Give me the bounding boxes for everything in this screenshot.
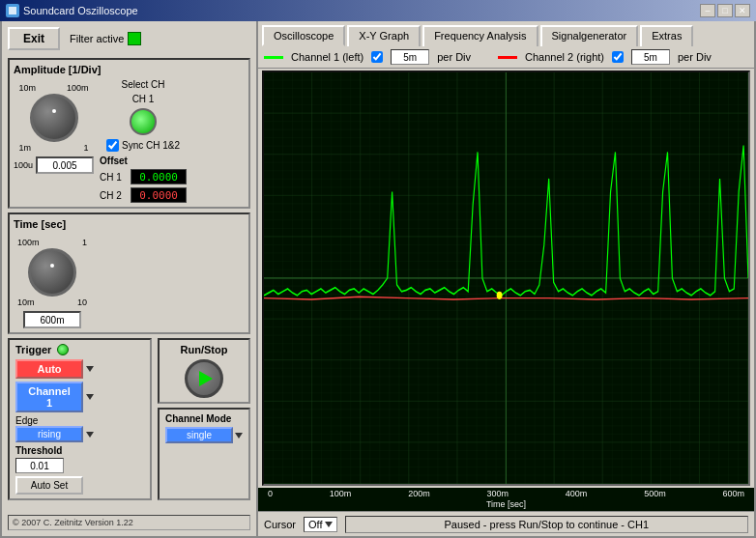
ch1-indicator [130,108,157,135]
trigger-led [57,344,69,355]
select-ch-label: Select CH [122,79,165,90]
channel-button[interactable]: Channel 1 [15,382,83,412]
ch1-offset-row: CH 1 0.0000 [100,169,187,184]
ch2-offset-value: 0.0000 [131,187,187,203]
autoset-button[interactable]: Auto Set [15,476,83,495]
x-label-600m: 600m [722,489,744,498]
sync-checkbox[interactable] [106,139,119,152]
sync-label: Sync CH 1&2 [122,140,180,151]
runstop-chmode: Run/Stop Channel Mode single [158,338,250,500]
title-bar: Soundcard Oszilloscope – □ ✕ [0,0,756,21]
ch1-per-div-input[interactable] [391,49,429,65]
minimize-button[interactable]: – [700,4,715,17]
time-title: Time [sec] [14,218,245,230]
time-knob-10m: 10m [17,297,35,307]
offset-area: Offset CH 1 0.0000 CH 2 0.0000 [100,156,187,203]
ch2-per-div-unit: per Div [678,51,712,63]
channel-mode-button[interactable]: single [165,427,233,443]
filter-label: Filter active [70,33,124,44]
ch1-offset-label: CH 1 [100,172,127,183]
top-controls: Exit Filter active [8,27,250,50]
scope-grid-svg [264,72,748,484]
ch2-checkbox[interactable] [612,51,624,63]
close-button[interactable]: ✕ [735,4,750,17]
tab-extras[interactable]: Extras [640,25,693,46]
x-label-100m: 100m [330,489,352,498]
time-knob-area: 100m 1 10m 10 [14,234,91,328]
x-axis-area: 0 100m 200m 300m 400m 500m 600m Time [se… [258,488,754,511]
knob-label-1: 1 [84,143,89,153]
filter-led [128,32,141,45]
rising-dropdown-arrow[interactable] [86,432,94,438]
scope-display [262,71,750,486]
time-value-input[interactable] [23,311,81,328]
channel-mode-box: Channel Mode single [158,408,250,500]
time-knob-1: 1 [82,238,87,247]
window-controls: – □ ✕ [700,4,750,17]
ch2-per-div-input[interactable] [631,49,670,65]
knob-indicator [52,109,56,113]
amplitude-section: Amplitude [1/Div] 10m 100m 1m 1 100u [8,58,250,209]
amplitude-value-input[interactable] [36,156,94,174]
auto-dropdown-arrow[interactable] [86,366,94,372]
ch2-offset-row: CH 2 0.0000 [100,187,187,203]
select-ch-area: Select CH CH 1 Sync CH 1&2 Offset CH 1 0… [100,79,187,203]
x-label-400m: 400m [566,489,588,498]
amplitude-knob-area: 10m 100m 1m 1 100u [14,79,94,203]
cursor-value: Off [308,519,322,530]
threshold-label: Threshold [15,445,144,456]
app-icon [6,4,19,17]
tab-frequency-analysis[interactable]: Frequency Analysis [422,25,538,46]
auto-button[interactable]: Auto [15,359,83,379]
channel-bar: Channel 1 (left) per Div Channel 2 (righ… [258,46,754,69]
tab-xy-graph[interactable]: X-Y Graph [347,25,421,46]
runstop-button[interactable] [185,359,223,398]
ch2-color-indicator [498,56,517,59]
svg-rect-0 [9,7,16,14]
x-label-0: 0 [268,489,273,498]
tab-signalgenerator[interactable]: Signalgenerator [540,25,639,46]
knob-label-10m: 10m [19,83,37,93]
trigger-header: Trigger [15,344,144,355]
trigger-box: Trigger Auto Channel 1 Edge rising T [8,338,152,500]
rising-button[interactable]: rising [15,426,83,442]
x-label-500m: 500m [644,489,666,498]
time-section: Time [sec] 100m 1 10m 10 [8,212,250,334]
channel-mode-arrow[interactable] [235,433,243,439]
bottom-row: Trigger Auto Channel 1 Edge rising T [8,338,250,500]
threshold-input[interactable] [15,458,64,473]
x-label-200m: 200m [408,489,430,498]
runstop-box: Run/Stop [158,338,250,404]
tabs-bar: Oscilloscope X-Y Graph Frequency Analysi… [258,21,754,46]
x-axis-tick-labels: 0 100m 200m 300m 400m 500m 600m [262,488,750,499]
cursor-dropdown-arrow[interactable] [325,522,333,527]
channel-mode-title: Channel Mode [165,413,243,424]
time-knob[interactable] [28,248,76,297]
copyright-bar: © 2007 C. Zeitnitz Version 1.22 [8,515,250,530]
ch1-checkbox[interactable] [371,51,383,63]
knob-label-1m: 1m [19,143,32,153]
bottom-bar: Cursor Off Paused - press Run/Stop to co… [258,511,754,536]
ch2-bar-label: Channel 2 (right) [525,51,604,63]
status-bar: Paused - press Run/Stop to continue - CH… [345,516,749,533]
tab-oscilloscope[interactable]: Oscilloscope [262,25,345,46]
amplitude-knob[interactable] [30,94,78,142]
ch1-offset-value: 0.0000 [131,169,187,184]
x-label-300m: 300m [486,489,509,498]
amplitude-title: Amplitude [1/Div] [14,64,245,75]
time-knob-indicator [50,264,54,268]
threshold-area: Threshold [15,445,144,473]
channel-dropdown-arrow[interactable] [86,394,94,400]
sync-check: Sync CH 1&2 [106,139,180,152]
maximize-button[interactable]: □ [717,4,733,17]
amp-small-label: 100u [14,160,33,170]
ch1-label: CH 1 [132,94,155,104]
cursor-dropdown[interactable]: Off [304,517,336,532]
exit-button[interactable]: Exit [8,27,60,50]
offset-title: Offset [100,156,187,166]
play-icon [199,371,213,386]
left-panel: Exit Filter active Amplitude [1/Div] 10m… [2,21,258,536]
main-window: Exit Filter active Amplitude [1/Div] 10m… [0,21,756,538]
filter-status: Filter active [70,32,141,45]
right-panel: Oscilloscope X-Y Graph Frequency Analysi… [258,21,754,536]
